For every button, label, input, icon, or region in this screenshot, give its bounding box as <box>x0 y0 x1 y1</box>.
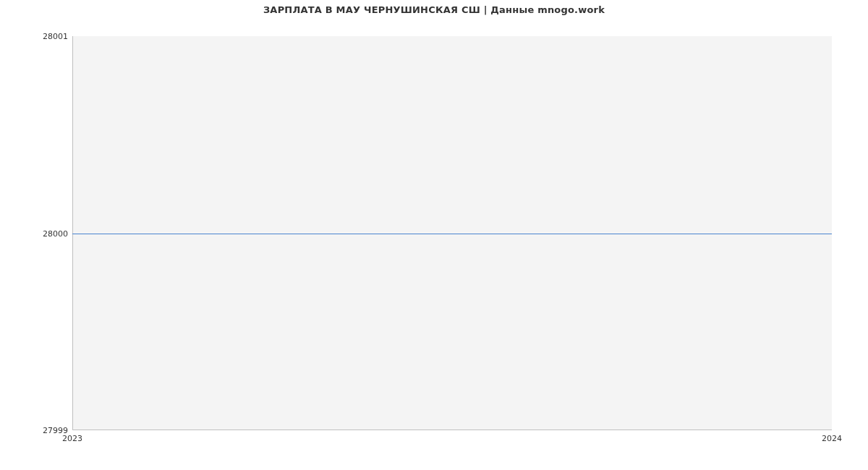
data-line <box>72 234 832 234</box>
y-tick-label: 28000 <box>0 228 68 238</box>
x-tick-label: 2023 <box>62 434 82 443</box>
y-tick-label: 28001 <box>0 32 68 41</box>
chart-title: ЗАРПЛАТА В МАУ ЧЕРНУШИНСКАЯ СШ | Данные … <box>0 4 868 15</box>
y-tick-label: 27999 <box>0 426 68 435</box>
x-tick-label: 2024 <box>822 434 842 443</box>
chart-container: ЗАРПЛАТА В МАУ ЧЕРНУШИНСКАЯ СШ | Данные … <box>0 0 868 470</box>
